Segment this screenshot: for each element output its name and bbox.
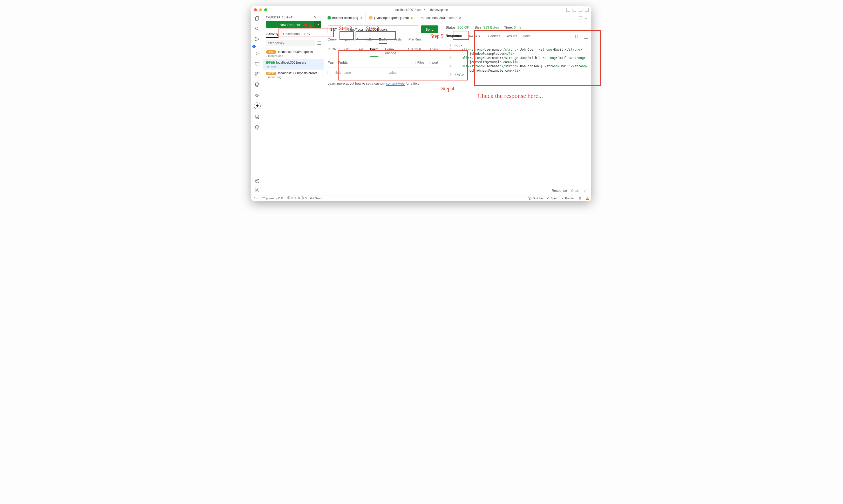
bodytab-form[interactable]: Form bbox=[370, 47, 378, 57]
panel-bottom-icon[interactable] bbox=[573, 8, 576, 12]
more-icon[interactable]: ⋯ bbox=[318, 16, 321, 19]
subtab-headers[interactable]: Headers3 bbox=[343, 37, 358, 44]
layers-icon[interactable] bbox=[254, 124, 260, 130]
activity-item[interactable]: GETlocalhost:3001/usersjust now bbox=[263, 59, 324, 70]
close-tab-icon[interactable]: × bbox=[459, 16, 461, 20]
subtab-prerun[interactable]: Pre Run bbox=[409, 37, 421, 44]
sidebar-header: THUNDER CLIENT ↻ ⋯ bbox=[263, 14, 324, 19]
layout-grid-icon[interactable] bbox=[585, 8, 589, 12]
split-editor-icon[interactable] bbox=[579, 16, 582, 19]
form-fields-header: Form Fields Files Import bbox=[327, 60, 438, 65]
braces-icon[interactable]: { } bbox=[575, 34, 578, 40]
new-request-dropdown[interactable] bbox=[314, 21, 321, 28]
go-live[interactable]: 📡 Go Live bbox=[528, 196, 543, 200]
prettier[interactable]: ✓ Prettier bbox=[561, 196, 575, 200]
editor-tab[interactable]: TClocalhost:3001/users * × bbox=[417, 14, 465, 22]
method-select[interactable]: GET bbox=[327, 25, 343, 33]
tab-activity[interactable]: Activity bbox=[266, 32, 279, 38]
remote-indicator[interactable]: ⌃⌄ bbox=[253, 196, 258, 200]
tab-env[interactable]: Env bbox=[304, 32, 310, 38]
svg-point-22 bbox=[256, 190, 258, 191]
subtab-auth[interactable]: Auth bbox=[365, 37, 372, 44]
restab-results[interactable]: Results bbox=[506, 34, 517, 40]
scm-icon-wrap[interactable]: 2 bbox=[254, 36, 260, 46]
settings-gear-icon[interactable] bbox=[254, 187, 260, 193]
database-icon[interactable] bbox=[254, 114, 260, 120]
bodytab-binary[interactable]: Binary bbox=[429, 47, 438, 57]
response-body[interactable]: 1<ul>2 <li><strong>Username:</strong> Jo… bbox=[446, 43, 588, 77]
thunder-client-icon[interactable] bbox=[254, 103, 261, 109]
field-checkbox[interactable] bbox=[327, 71, 331, 74]
send-button[interactable]: Send bbox=[421, 25, 438, 33]
source-control-icon[interactable] bbox=[254, 36, 260, 42]
restab-response[interactable]: Response bbox=[446, 34, 462, 40]
wrap-icon[interactable] bbox=[584, 33, 588, 41]
bodytab-json[interactable]: JSON bbox=[327, 47, 337, 57]
filter-menu-icon[interactable] bbox=[318, 41, 321, 44]
tab-collections[interactable]: Collections bbox=[283, 32, 300, 38]
explorer-icon[interactable] bbox=[254, 16, 260, 21]
close-window-icon[interactable] bbox=[254, 8, 257, 12]
problems[interactable]: ⓧ 0 ⚠ 0 ⓘ 3 bbox=[287, 196, 306, 200]
import-link[interactable]: Import bbox=[429, 60, 438, 65]
svg-point-21 bbox=[256, 180, 258, 181]
content-type-link[interactable]: content-type bbox=[386, 82, 405, 86]
filter-activity-input[interactable] bbox=[266, 40, 315, 46]
git-branch[interactable]: javascript* ⟳ bbox=[262, 196, 284, 200]
files-checkbox-icon[interactable] bbox=[412, 61, 416, 65]
restab-headers[interactable]: Headers6 bbox=[467, 34, 482, 40]
svg-rect-17 bbox=[256, 94, 257, 94]
docker-icon[interactable] bbox=[254, 92, 260, 98]
feedback-icon[interactable]: ⊟ bbox=[579, 196, 581, 200]
activity-time: 2 months ago bbox=[266, 54, 321, 57]
resnav-chart[interactable]: Chart bbox=[571, 189, 579, 193]
subtab-tests[interactable]: Tests bbox=[394, 37, 401, 44]
field-name-input[interactable]: field name bbox=[335, 70, 385, 76]
sidebar-title: THUNDER CLIENT bbox=[266, 16, 292, 19]
bodytab-graphql[interactable]: GraphQL bbox=[408, 47, 422, 57]
new-request-button[interactable]: New Request bbox=[266, 21, 321, 28]
thunder-sidebar: THUNDER CLIENT ↻ ⋯ New Request Activity bbox=[263, 14, 324, 195]
expand-icon[interactable] bbox=[584, 188, 587, 193]
panel-left-icon[interactable] bbox=[566, 8, 570, 12]
svg-rect-11 bbox=[257, 72, 259, 74]
editor-tab[interactable]: thunder-client.png U bbox=[324, 14, 366, 22]
resnav-response[interactable]: Response bbox=[552, 189, 567, 193]
bodytab-text[interactable]: Text bbox=[357, 47, 363, 57]
learn-more-text: Learn more about how to set a custom con… bbox=[327, 82, 438, 85]
refresh-icon[interactable]: ↻ bbox=[313, 16, 316, 19]
remote-explorer-icon[interactable] bbox=[254, 61, 260, 67]
svg-marker-19 bbox=[255, 125, 259, 127]
subtab-body[interactable]: Body bbox=[379, 37, 387, 44]
files-toggle[interactable]: Files bbox=[412, 60, 424, 65]
extensions-icon[interactable] bbox=[254, 71, 260, 77]
restab-cookies[interactable]: Cookies bbox=[488, 34, 500, 40]
svg-point-4 bbox=[255, 37, 256, 38]
search-icon[interactable] bbox=[254, 26, 260, 32]
window-title: localhost:3001/users * — thedevspace bbox=[251, 8, 591, 12]
github-icon[interactable] bbox=[254, 82, 260, 88]
subtab-query[interactable]: Query bbox=[327, 37, 337, 44]
request-line: GET http://localhost:3001/users Send bbox=[327, 25, 438, 33]
account-icon[interactable] bbox=[254, 178, 260, 184]
more-actions-icon[interactable]: ⋯ bbox=[585, 16, 589, 19]
bodytab-xml[interactable]: XML bbox=[343, 47, 351, 57]
run-debug-icon[interactable] bbox=[254, 51, 260, 56]
chevron-down-icon bbox=[338, 28, 341, 31]
maximize-window-icon[interactable] bbox=[264, 8, 267, 12]
spell[interactable]: ✓ Spell bbox=[547, 196, 557, 200]
bell-icon[interactable]: 🔔 bbox=[586, 196, 589, 200]
editor-tab[interactable]: javascript-expressjs.mdx M bbox=[366, 14, 417, 22]
activity-list: POSTlocalhost:3000/api/posts2 months ago… bbox=[263, 48, 324, 80]
field-value-input[interactable]: value bbox=[388, 70, 438, 76]
minimize-window-icon[interactable] bbox=[259, 8, 262, 12]
panel-right-icon[interactable] bbox=[579, 8, 582, 12]
activity-url: localhost:3001/users bbox=[276, 61, 306, 65]
url-input[interactable]: http://localhost:3001/users bbox=[345, 25, 419, 33]
activity-item[interactable]: POSTlocalhost:3000/api/posts2 months ago bbox=[263, 48, 324, 59]
activity-item[interactable]: POSTlocalhost:3000/posts/create3 months … bbox=[263, 70, 324, 80]
bodytab-formenc[interactable]: Form-encode bbox=[385, 47, 401, 57]
git-graph[interactable]: Git Graph bbox=[310, 197, 323, 200]
restab-docs[interactable]: Docs bbox=[523, 34, 531, 40]
sync-icon[interactable]: ⟳ bbox=[281, 196, 284, 200]
